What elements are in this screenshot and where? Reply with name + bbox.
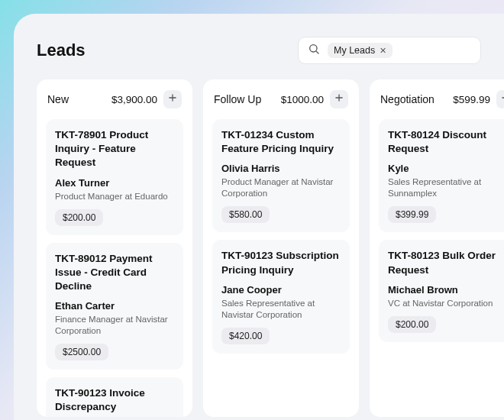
card-amount: $399.99	[388, 206, 436, 223]
card-role: Sales Representative at Sunnamplex	[388, 176, 504, 199]
filter-chip[interactable]: My Leads ✕	[328, 43, 393, 58]
card-role: Sales Representative at Navistar Corpora…	[221, 298, 341, 321]
column-amount: $599.99	[453, 94, 490, 105]
column-header: New$3,900.00	[46, 89, 183, 111]
lead-card[interactable]: TKT-80124 Discount RequestKyleSales Repr…	[379, 119, 504, 232]
card-role: Product Manager at Eduardo	[55, 191, 174, 202]
column-amount: $1000.00	[281, 94, 324, 105]
kanban-board: New$3,900.00TKT-78901 Product Inquiry - …	[37, 79, 504, 417]
main-panel: Leads My Leads ✕ New$3,900.00TKT-78901 P…	[14, 14, 504, 420]
card-amount: $200.00	[388, 316, 436, 333]
card-title: TKT-01234 Custom Feature Pricing Inquiry	[221, 128, 341, 156]
card-person: Kyle	[388, 163, 504, 174]
card-person: Alex Turner	[55, 177, 174, 189]
card-person: Jane Cooper	[221, 284, 341, 296]
svg-point-0	[310, 45, 317, 52]
header-row: Leads My Leads ✕	[37, 37, 504, 64]
column-title: New	[47, 93, 69, 105]
plus-icon	[334, 92, 344, 106]
card-title: TKT-90123 Subscription Pricing Inquiry	[221, 249, 341, 276]
card-person: Ethan Carter	[55, 300, 174, 312]
kanban-column: New$3,900.00TKT-78901 Product Inquiry - …	[37, 79, 192, 417]
lead-card[interactable]: TKT-01234 Custom Feature Pricing Inquiry…	[212, 119, 350, 232]
lead-card[interactable]: TKT-89012 Payment Issue - Credit Card De…	[46, 243, 183, 370]
card-title: TKT-80123 Bulk Order Request	[388, 249, 504, 276]
filter-chip-label: My Leads	[334, 45, 375, 56]
add-card-button[interactable]	[163, 90, 182, 108]
lead-card[interactable]: TKT-78901 Product Inquiry - Feature Requ…	[46, 119, 183, 235]
search-filter[interactable]: My Leads ✕	[298, 37, 481, 64]
plus-icon	[167, 92, 178, 106]
card-role: Finance Manager at Navistar Corporation	[55, 314, 174, 337]
column-title: Negotiation	[380, 93, 435, 105]
column-header-right: $1000.00	[281, 90, 348, 108]
add-card-button[interactable]	[330, 90, 348, 108]
lead-card[interactable]: TKT-90123 Subscription Pricing InquiryJa…	[212, 240, 350, 353]
kanban-column: Negotiation$599.99TKT-80124 Discount Req…	[370, 79, 504, 417]
svg-line-1	[316, 51, 318, 53]
column-header: Follow Up$1000.00	[212, 89, 350, 111]
lead-card[interactable]: TKT-80123 Bulk Order RequestMichael Brow…	[379, 240, 504, 341]
search-icon	[308, 43, 320, 58]
card-amount: $200.00	[55, 209, 103, 226]
card-amount: $420.00	[221, 328, 270, 344]
column-amount: $3,900.00	[111, 94, 157, 105]
page-title: Leads	[37, 40, 86, 60]
card-title: TKT-90123 Invoice Discrepancy	[55, 386, 174, 414]
card-title: TKT-80124 Discount Request	[388, 128, 504, 156]
card-amount: $2500.00	[55, 344, 108, 360]
lead-card[interactable]: TKT-90123 Invoice DiscrepancyEmily Carte…	[46, 377, 183, 417]
card-amount: $580.00	[221, 206, 270, 223]
card-title: TKT-78901 Product Inquiry - Feature Requ…	[55, 128, 174, 170]
card-person: Michael Brown	[388, 284, 504, 296]
plus-icon	[500, 92, 504, 106]
card-person: Olivia Harris	[221, 163, 341, 174]
close-icon[interactable]: ✕	[380, 46, 386, 56]
column-title: Follow Up	[214, 93, 261, 105]
card-role: Product Manager at Navistar Corporation	[221, 176, 341, 199]
card-title: TKT-89012 Payment Issue - Credit Card De…	[55, 252, 174, 294]
column-header-right: $3,900.00	[111, 90, 182, 108]
add-card-button[interactable]	[496, 90, 504, 108]
kanban-column: Follow Up$1000.00TKT-01234 Custom Featur…	[203, 79, 359, 417]
column-header: Negotiation$599.99	[379, 89, 504, 111]
column-header-right: $599.99	[453, 90, 504, 108]
card-role: VC at Navistar Corporation	[388, 298, 504, 309]
